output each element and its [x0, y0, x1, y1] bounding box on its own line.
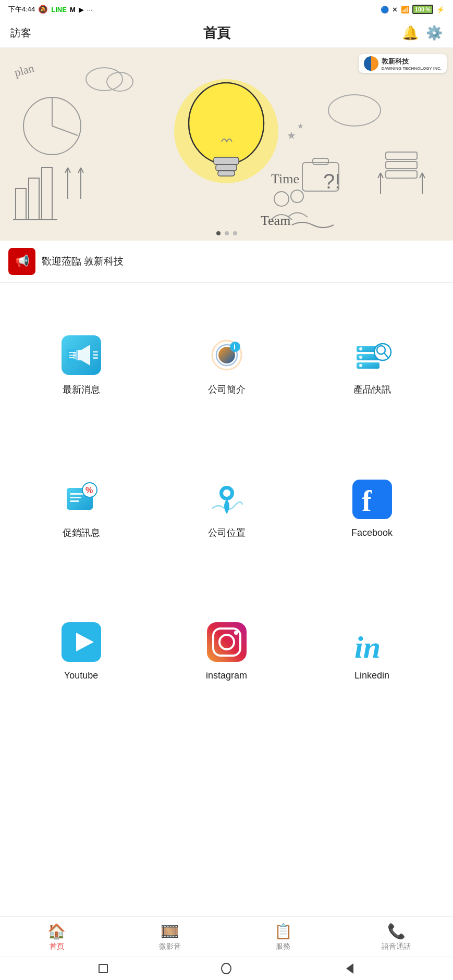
menu-item-promo[interactable]: % 促銷訊息 [8, 437, 154, 581]
svg-rect-49 [69, 355, 76, 356]
product-label: 產品快訊 [353, 383, 391, 396]
service-icon: 📋 [274, 923, 292, 940]
announcement-bar: 📢 歡迎蒞臨 敦新科技 [0, 241, 453, 283]
svg-point-60 [359, 356, 362, 359]
settings-icon[interactable]: ⚙️ [426, 25, 443, 41]
product-icon [351, 334, 393, 376]
header-icons: 🔔 ⚙️ [402, 25, 443, 41]
nav-service-label: 服務 [276, 942, 290, 951]
nav-video[interactable]: 🎞️ 微影音 [113, 921, 226, 953]
nav-home[interactable]: 🏠 首頁 [0, 921, 113, 953]
news-icon [60, 334, 102, 376]
bluetooth-icon: 🔵 [381, 6, 389, 14]
menu-item-youtube[interactable]: Youtube [8, 580, 154, 722]
nav-video-label: 微影音 [159, 942, 181, 951]
nav-voice-label: 語音通話 [382, 942, 411, 951]
visitor-label: 訪客 [10, 26, 31, 40]
m-icon: M [70, 6, 76, 14]
announcement-icon: 📢 [8, 248, 35, 275]
banner-sketch-svg: plan Time Team ?! [0, 48, 453, 241]
banner-dot-1 [216, 231, 221, 235]
company-icon: i [206, 334, 248, 376]
svg-rect-46 [93, 357, 98, 359]
svg-point-2 [189, 83, 264, 164]
svg-text:in: in [354, 630, 381, 662]
system-home-button[interactable] [221, 963, 231, 974]
line-icon: LINE [51, 6, 67, 14]
svg-text:%: % [85, 486, 93, 495]
status-bar: 下午4:44 🔕 LINE M ▶ ··· 🔵 ✕ 📶 100% ⚡ [0, 0, 453, 19]
announcement-text: 歡迎蒞臨 敦新科技 [42, 255, 124, 268]
square-icon [99, 964, 108, 973]
charging-icon: ⚡ [436, 6, 445, 14]
menu-item-product[interactable]: 產品快訊 [299, 293, 445, 437]
nav-voice[interactable]: 📞 語音通話 [340, 921, 453, 953]
more-icon: ··· [87, 6, 93, 14]
promo-icon: % [60, 478, 102, 519]
svg-point-80 [234, 631, 238, 635]
home-icon: 🏠 [47, 923, 66, 940]
nav-home-label: 首頁 [50, 942, 64, 951]
svg-rect-44 [93, 351, 98, 353]
bottom-nav: 🏠 首頁 🎞️ 微影音 📋 服務 📞 語音通話 [0, 916, 453, 957]
svg-rect-3 [214, 157, 239, 165]
svg-rect-73 [352, 480, 392, 519]
svg-rect-47 [67, 349, 78, 363]
svg-point-61 [359, 364, 362, 367]
menu-item-instagram[interactable]: instagram [154, 580, 299, 722]
svg-rect-68 [70, 500, 79, 502]
page-title: 首頁 [203, 24, 230, 42]
instagram-icon [206, 621, 248, 663]
system-square-button[interactable] [98, 963, 108, 974]
banner-dot-3 [233, 231, 237, 235]
banner-dot-2 [225, 231, 229, 235]
svg-rect-50 [69, 357, 74, 358]
video-icon: 🎞️ [161, 923, 179, 940]
back-icon [346, 963, 353, 974]
menu-grid: 最新消息 i 公司簡介 [0, 283, 453, 733]
system-nav-bar [0, 957, 453, 980]
menu-item-linkedin[interactable]: in Linkedin [299, 580, 445, 722]
menu-item-facebook[interactable]: f Facebook [299, 437, 445, 581]
banner-logo: 敦新科技 DAWNING TECHNOLOGY INC. [359, 54, 447, 73]
location-label: 公司位置 [208, 526, 246, 539]
banner-dots [216, 231, 237, 235]
svg-text:★: ★ [297, 122, 304, 130]
battery-icon: 100% [412, 5, 433, 14]
facebook-icon: f [351, 479, 393, 520]
svg-rect-45 [93, 354, 98, 356]
menu-item-company[interactable]: i 公司簡介 [154, 293, 299, 437]
svg-point-72 [223, 489, 230, 497]
banner: plan Time Team ?! [0, 48, 453, 241]
youtube-label: Youtube [64, 670, 98, 681]
svg-text:★: ★ [287, 130, 296, 141]
nav-service[interactable]: 📋 服務 [227, 921, 340, 953]
svg-rect-5 [218, 171, 235, 176]
svg-text:?!: ?! [323, 170, 340, 193]
svg-rect-66 [70, 493, 84, 495]
circle-icon [221, 963, 231, 974]
svg-text:i: i [234, 343, 236, 351]
promo-label: 促銷訊息 [63, 526, 100, 539]
menu-item-location[interactable]: 公司位置 [154, 437, 299, 581]
notification-icon[interactable]: 🔔 [402, 25, 419, 41]
system-back-button[interactable] [345, 963, 355, 974]
svg-text:Time: Time [271, 171, 299, 186]
facebook-label: Facebook [351, 527, 393, 538]
app-header: 訪客 首頁 🔔 ⚙️ [0, 19, 453, 48]
banner-content: plan Time Team ?! [0, 48, 453, 241]
svg-text:f: f [362, 485, 372, 517]
svg-rect-48 [69, 352, 76, 353]
svg-point-59 [359, 347, 362, 350]
location-icon [206, 478, 248, 519]
news-label: 最新消息 [63, 383, 100, 396]
status-left: 下午4:44 🔕 LINE M ▶ ··· [8, 5, 93, 14]
no-disturb-icon: 🔕 [38, 5, 48, 14]
close-icon: ✕ [392, 6, 398, 14]
menu-item-news[interactable]: 最新消息 [8, 293, 154, 437]
youtube-notif-icon: ▶ [79, 6, 84, 14]
instagram-label: instagram [206, 670, 247, 681]
youtube-icon [60, 621, 102, 663]
svg-rect-67 [70, 497, 81, 498]
svg-rect-4 [216, 165, 237, 171]
